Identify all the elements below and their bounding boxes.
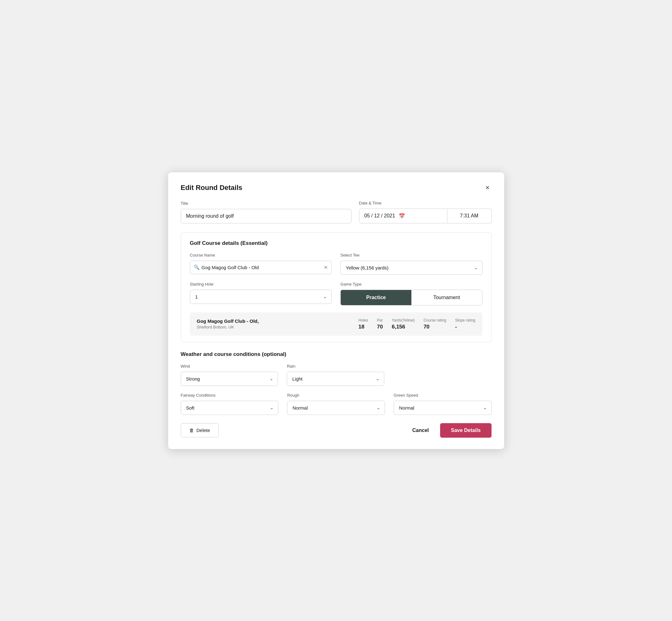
tournament-toggle-button[interactable]: Tournament [411,290,482,305]
datetime-row: 05 / 12 / 2021 📅 7:31 AM [359,209,492,223]
course-info-box: Gog Magog Golf Club - Old, Shelford Bott… [190,313,482,336]
time-value: 7:31 AM [460,213,478,219]
course-info-name: Gog Magog Golf Club - Old, Shelford Bott… [197,318,359,329]
date-value: 05 / 12 / 2021 [365,213,395,219]
date-input-box[interactable]: 05 / 12 / 2021 📅 [359,209,447,223]
green-speed-dropdown[interactable]: Slow Normal Fast Very Fast [394,401,492,415]
starting-hole-wrap: 1234 5678 910 ⌄ [190,290,332,304]
close-button[interactable]: × [484,184,492,192]
datetime-label: Date & Time [359,201,492,205]
starting-hole-dropdown[interactable]: 1234 5678 910 [190,290,332,304]
select-tee-label: Select Tee [340,253,482,257]
calendar-icon: 📅 [399,213,405,219]
par-value: 70 [377,324,383,330]
practice-toggle-button[interactable]: Practice [341,290,411,305]
stat-course-rating: Course rating 70 [423,318,446,330]
delete-button[interactable]: 🗑 Delete [181,423,219,437]
edit-round-modal: Edit Round Details × Title Date & Time 0… [168,172,504,449]
yards-label: Yards(Yellow) [392,318,415,323]
starting-hole-group: Starting Hole 1234 5678 910 ⌄ [190,282,332,305]
cancel-button[interactable]: Cancel [407,423,434,437]
modal-title: Edit Round Details [181,184,243,192]
footer-row: 🗑 Delete Cancel Save Details [181,418,492,438]
slope-rating-label: Slope rating [455,318,475,323]
select-tee-wrap: Yellow (6,156 yards) White Red Blue ⌄ [340,261,482,275]
rough-label: Rough [287,393,385,398]
modal-header: Edit Round Details × [181,184,492,192]
save-button[interactable]: Save Details [440,423,491,438]
wind-dropdown[interactable]: None Light Moderate Strong Very Strong [181,372,278,386]
golf-course-section: Golf Course details (Essential) Course N… [181,232,492,342]
golf-section-title: Golf Course details (Essential) [190,240,482,246]
rain-dropdown[interactable]: None Light Moderate Heavy [287,372,384,386]
footer-right: Cancel Save Details [407,423,492,438]
holes-value: 18 [359,324,365,330]
weather-section-title: Weather and course conditions (optional) [181,351,492,358]
rough-group: Rough Soft Normal Hard ⌄ [287,393,385,415]
search-icon: 🔍 [194,264,200,270]
select-tee-group: Select Tee Yellow (6,156 yards) White Re… [340,253,482,275]
course-info-name-text: Gog Magog Golf Club - Old, [197,318,359,324]
course-rating-label: Course rating [423,318,446,323]
slope-rating-value: - [455,324,457,330]
course-row: Course Name 🔍 ✕ Select Tee Yellow (6,156… [190,253,482,275]
course-name-group: Course Name 🔍 ✕ [190,253,332,275]
holes-label: Holes [359,318,368,323]
fairway-select-wrap: Soft Normal Hard ⌄ [181,401,279,415]
course-rating-value: 70 [423,324,429,330]
stat-yards: Yards(Yellow) 6,156 [392,318,415,330]
fairway-dropdown[interactable]: Soft Normal Hard [181,401,279,415]
stat-par: Par 70 [377,318,383,330]
course-info-location: Shelford Bottom, UK [197,325,359,329]
select-tee-dropdown[interactable]: Yellow (6,156 yards) White Red Blue [340,261,482,275]
course-name-label: Course Name [190,253,332,257]
rain-label: Rain [287,364,384,369]
course-name-search-wrap: 🔍 ✕ [190,261,332,274]
green-speed-select-wrap: Slow Normal Fast Very Fast ⌄ [394,401,492,415]
par-label: Par [377,318,383,323]
title-field-group: Title [181,201,351,223]
rain-group: Rain None Light Moderate Heavy ⌄ [287,364,384,386]
time-input-box[interactable]: 7:31 AM [447,209,492,223]
game-type-toggle: Practice Tournament [340,290,482,305]
title-label: Title [181,201,351,206]
wind-label: Wind [181,364,278,369]
delete-label: Delete [197,427,210,433]
wind-group: Wind None Light Moderate Strong Very Str… [181,364,278,386]
rain-select-wrap: None Light Moderate Heavy ⌄ [287,372,384,386]
fairway-label: Fairway Conditions [181,393,279,398]
wind-select-wrap: None Light Moderate Strong Very Strong ⌄ [181,372,278,386]
fairway-group: Fairway Conditions Soft Normal Hard ⌄ [181,393,279,415]
wind-rain-row: Wind None Light Moderate Strong Very Str… [181,364,492,386]
green-speed-label: Green Speed [394,393,492,398]
weather-section: Weather and course conditions (optional)… [181,351,492,415]
hole-gametype-row: Starting Hole 1234 5678 910 ⌄ Game Type … [190,282,482,305]
game-type-label: Game Type [340,282,482,287]
title-input[interactable] [181,209,351,223]
top-row: Title Date & Time 05 / 12 / 2021 📅 7:31 … [181,201,492,223]
green-speed-group: Green Speed Slow Normal Fast Very Fast ⌄ [394,393,492,415]
conditions-row: Fairway Conditions Soft Normal Hard ⌄ Ro… [181,393,492,415]
stat-slope-rating: Slope rating - [455,318,475,330]
rough-dropdown[interactable]: Soft Normal Hard [287,401,385,415]
rough-select-wrap: Soft Normal Hard ⌄ [287,401,385,415]
starting-hole-label: Starting Hole [190,282,332,287]
trash-icon: 🗑 [189,427,194,433]
game-type-group: Game Type Practice Tournament [340,282,482,305]
datetime-field-group: Date & Time 05 / 12 / 2021 📅 7:31 AM [359,201,492,223]
clear-icon[interactable]: ✕ [324,264,328,271]
course-name-input[interactable] [190,261,332,274]
course-stats: Holes 18 Par 70 Yards(Yellow) 6,156 Cour… [359,318,475,330]
stat-holes: Holes 18 [359,318,368,330]
yards-value: 6,156 [392,324,406,330]
